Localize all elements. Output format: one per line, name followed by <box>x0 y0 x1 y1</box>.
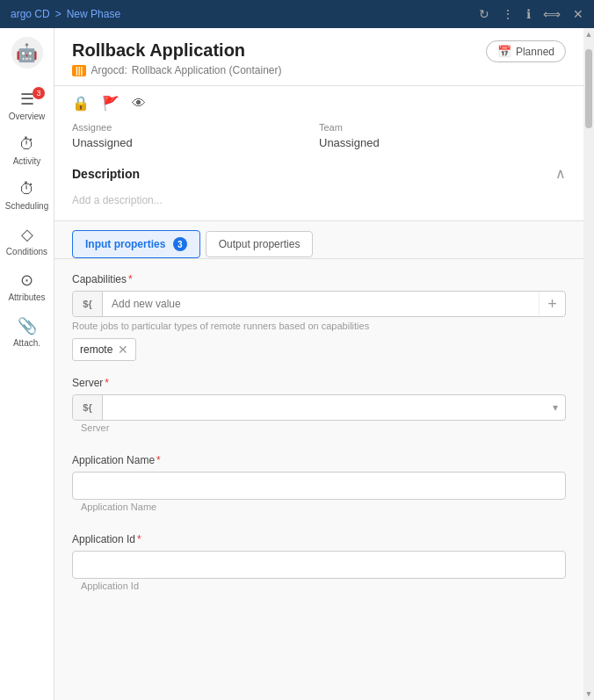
team-value: Unassigned <box>319 136 566 149</box>
attach-icon: 📎 <box>18 316 37 336</box>
tag-remote: remote ✕ <box>72 338 136 361</box>
form-body: Capabilities* ${ + Route jobs to particu… <box>54 259 583 626</box>
page-title: Rollback Application <box>72 40 282 61</box>
activity-icon: ⏱ <box>19 135 35 154</box>
application-id-input-wrap <box>72 551 566 579</box>
breadcrumb-separator: > <box>55 8 62 20</box>
form-area: Input properties 3 Output properties Cap… <box>54 221 583 700</box>
team-label: Team <box>319 122 566 133</box>
scroll-up-button[interactable]: ▲ <box>585 30 593 39</box>
planned-label: Planned <box>516 46 554 58</box>
description-title: Description <box>72 167 140 181</box>
new-phase-label: New Phase <box>67 8 120 20</box>
subtitle-badge: ||| <box>72 65 86 76</box>
description-header[interactable]: Description ∧ <box>72 158 566 189</box>
server-select[interactable] <box>103 395 553 420</box>
scrollbar[interactable]: ▲ ▼ <box>583 28 594 700</box>
capabilities-tags: remote ✕ <box>72 338 566 361</box>
tab-output-label: Output properties <box>219 238 301 250</box>
sidebar-item-attach[interactable]: 📎 Attach. <box>0 309 54 355</box>
avatar: 🤖 <box>11 37 43 69</box>
toolbar-row: 🔒 🚩 👁 <box>54 86 583 115</box>
application-name-label: Application Name* <box>72 454 566 466</box>
capabilities-input-row: ${ + <box>72 291 566 317</box>
flag-icon[interactable]: 🚩 <box>102 95 120 112</box>
application-name-field-group: Application Name* Application Name <box>72 454 566 517</box>
assignee-row: Assignee Unassigned Team Unassigned <box>54 115 583 158</box>
description-placeholder[interactable]: Add a description... <box>72 189 566 212</box>
attach-label: Attach. <box>13 338 40 348</box>
capabilities-prefix: ${ <box>73 292 103 316</box>
tab-input-properties[interactable]: Input properties 3 <box>72 230 200 258</box>
capabilities-label: Capabilities* <box>72 273 566 285</box>
tab-input-label: Input properties <box>85 238 165 250</box>
sidebar-item-conditions[interactable]: ◇ Conditions <box>0 218 54 263</box>
top-bar: argo CD > New Phase ↻ ⋮ ℹ ⟺ ✕ <box>0 0 594 28</box>
server-label: Server* <box>72 377 566 389</box>
close-icon[interactable]: ✕ <box>573 7 583 21</box>
scroll-down-button[interactable]: ▼ <box>585 689 593 698</box>
application-id-field-group: Application Id* Application Id <box>72 533 566 596</box>
tab-input-badge: 3 <box>173 237 187 251</box>
application-id-label: Application Id* <box>72 533 566 545</box>
overview-badge: 3 <box>33 87 45 99</box>
application-name-sublabel: Application Name <box>72 500 566 517</box>
add-capability-button[interactable]: + <box>539 292 565 316</box>
sidebar-item-overview[interactable]: 3 ☰ Overview <box>0 83 54 128</box>
application-name-input[interactable] <box>73 473 565 499</box>
server-prefix: ${ <box>73 395 103 420</box>
top-bar-actions: ↻ ⋮ ℹ ⟺ ✕ <box>479 7 583 21</box>
content-area: Rollback Application ||| Argocd: Rollbac… <box>54 28 583 700</box>
application-id-sublabel: Application Id <box>72 579 566 596</box>
breadcrumb: argo CD > New Phase <box>11 8 120 20</box>
planned-button[interactable]: 📅 Planned <box>486 40 566 62</box>
subtitle-prefix: Argocd: <box>91 64 127 76</box>
lock-icon[interactable]: 🔒 <box>72 95 90 112</box>
attributes-label: Attributes <box>8 292 45 302</box>
sidebar-item-attributes[interactable]: ⊙ Attributes <box>0 263 54 309</box>
info-icon[interactable]: ℹ <box>526 7 531 21</box>
scroll-thumb <box>585 49 592 128</box>
refresh-icon[interactable]: ↻ <box>479 7 489 21</box>
assignee-value: Unassigned <box>72 136 319 149</box>
application-id-input[interactable] <box>73 552 565 578</box>
scheduling-label: Scheduling <box>5 201 48 211</box>
eye-icon[interactable]: 👁 <box>132 96 146 112</box>
tag-remove-button[interactable]: ✕ <box>118 343 128 357</box>
main-layout: 🤖 3 ☰ Overview ⏱ Activity ⏱ Scheduling ◇… <box>0 28 594 700</box>
server-select-row: ${ ▾ <box>72 394 566 421</box>
argo-cd-link[interactable]: argo CD <box>11 8 50 20</box>
conditions-label: Conditions <box>6 247 47 256</box>
tab-output-properties[interactable]: Output properties <box>206 231 314 257</box>
calendar-icon: 📅 <box>497 45 511 58</box>
expand-icon[interactable]: ⟺ <box>543 7 561 21</box>
tabs-row: Input properties 3 Output properties <box>54 221 583 259</box>
sidebar: 🤖 3 ☰ Overview ⏱ Activity ⏱ Scheduling ◇… <box>0 28 54 700</box>
description-section: Description ∧ Add a description... <box>54 158 583 221</box>
server-field-group: Server* ${ ▾ Server <box>72 377 566 438</box>
sidebar-item-activity[interactable]: ⏱ Activity <box>0 128 54 173</box>
team-block: Team Unassigned <box>319 122 566 149</box>
header-left: Rollback Application ||| Argocd: Rollbac… <box>72 40 282 76</box>
assignee-block: Assignee Unassigned <box>72 122 319 149</box>
capabilities-hint: Route jobs to particular types of remote… <box>72 321 566 331</box>
assignee-label: Assignee <box>72 122 319 133</box>
page-subtitle: ||| Argocd: Rollback Application (Contai… <box>72 64 282 76</box>
overview-label: Overview <box>9 112 46 121</box>
tag-value: remote <box>80 343 112 356</box>
subtitle-text: Rollback Application (Container) <box>132 64 282 76</box>
description-collapse-icon[interactable]: ∧ <box>555 165 566 182</box>
more-icon[interactable]: ⋮ <box>502 7 514 21</box>
conditions-icon: ◇ <box>21 225 33 244</box>
application-name-input-wrap <box>72 472 566 500</box>
page-header: Rollback Application ||| Argocd: Rollbac… <box>54 28 583 86</box>
scheduling-icon: ⏱ <box>19 180 35 198</box>
activity-label: Activity <box>13 156 41 166</box>
capabilities-input[interactable] <box>103 292 539 316</box>
attributes-icon: ⊙ <box>20 271 33 290</box>
capabilities-field-group: Capabilities* ${ + Route jobs to particu… <box>72 273 566 361</box>
server-sublabel: Server <box>72 421 566 438</box>
server-dropdown-arrow: ▾ <box>553 395 565 420</box>
sidebar-item-scheduling[interactable]: ⏱ Scheduling <box>0 173 54 218</box>
